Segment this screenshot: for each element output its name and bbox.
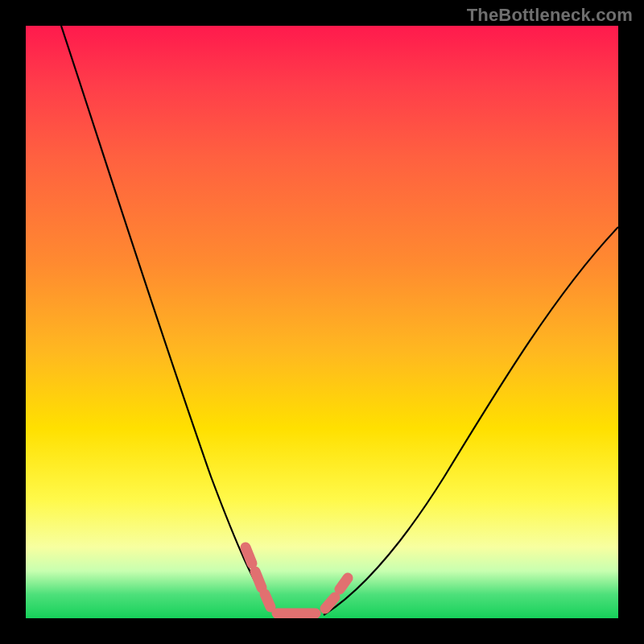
chart-frame: TheBottleneck.com: [0, 0, 644, 644]
svg-line-4: [325, 597, 335, 609]
curves-layer: [26, 26, 618, 618]
curve-right: [324, 227, 618, 615]
svg-line-0: [246, 547, 252, 564]
svg-line-2: [265, 594, 270, 607]
optimal-markers: [246, 547, 348, 613]
curve-left: [61, 26, 275, 613]
watermark-text: TheBottleneck.com: [467, 5, 633, 26]
svg-line-1: [255, 572, 262, 588]
plot-area: [26, 26, 618, 618]
svg-line-5: [340, 578, 348, 589]
